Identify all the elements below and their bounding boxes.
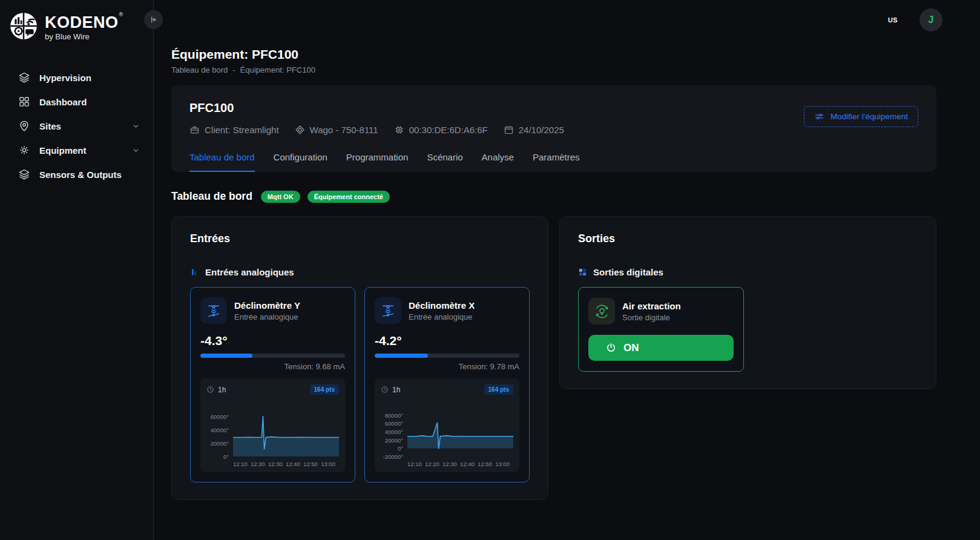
clock-icon bbox=[206, 386, 214, 393]
app-root: KODENO ® by Blue Wire Hypervision Dashbo… bbox=[0, 0, 980, 540]
sidebar-item-dashboard[interactable]: Dashboard bbox=[0, 90, 153, 114]
layers-icon bbox=[18, 168, 30, 180]
outputs-panel-title: Sorties bbox=[578, 232, 918, 245]
brand-logo[interactable]: KODENO ® by Blue Wire bbox=[0, 7, 153, 47]
sensor-chart: 1h 164 pts 60000°40000°20000°0° 12:1012:… bbox=[200, 378, 345, 472]
locale-selector[interactable]: US bbox=[888, 16, 898, 24]
sidebar: KODENO ® by Blue Wire Hypervision Dashbo… bbox=[0, 0, 154, 540]
chevron-down-icon bbox=[132, 122, 140, 130]
avatar[interactable]: J bbox=[919, 8, 942, 31]
sliders-icon bbox=[814, 111, 824, 122]
digital-outputs-label: Sorties digitales bbox=[593, 267, 663, 277]
inputs-panel: Entrées Entrées analogiques bbox=[171, 216, 548, 500]
registered-mark: ® bbox=[119, 12, 123, 18]
dashboard-heading-row: Tableau de bord Mqtt OK Équipement conne… bbox=[171, 190, 936, 203]
tab-programmation[interactable]: Programmation bbox=[346, 152, 409, 172]
gear-icon bbox=[18, 144, 30, 156]
output-type: Sortie digitale bbox=[622, 313, 681, 322]
tab-parametres[interactable]: Paramètres bbox=[533, 152, 580, 172]
edit-equipment-label: Modifier l'équipement bbox=[830, 112, 908, 121]
grid-icon bbox=[18, 96, 30, 108]
topbar: US J bbox=[154, 0, 980, 40]
sensor-value: -4.2° bbox=[375, 334, 519, 348]
calendar-icon bbox=[504, 125, 514, 135]
points-count-badge: 164 pts bbox=[484, 384, 513, 395]
model-label: Wago - 750-8111 bbox=[310, 125, 378, 135]
sidebar-nav: Hypervision Dashboard Sites bbox=[0, 65, 153, 186]
client-meta: Client: Streamlight bbox=[189, 125, 279, 135]
sensor-card-declinometre-y[interactable]: Déclinomètre Y Entrée analogique -4.3° T… bbox=[190, 287, 355, 482]
chart-x-axis: 12:1012:2012:3012:4012:5013:00 bbox=[233, 461, 339, 467]
clock-icon bbox=[381, 386, 389, 393]
layers-icon bbox=[18, 71, 30, 84]
breadcrumb: Tableau de bord - Équipement: PFC100 bbox=[171, 65, 936, 74]
breadcrumb-current: Équipement: PFC100 bbox=[240, 65, 315, 74]
chevron-down-icon bbox=[132, 147, 140, 154]
time-range[interactable]: 1h bbox=[381, 386, 400, 394]
brand-tagline: by Blue Wire bbox=[45, 33, 123, 41]
sensor-chart: 1h 164 pts 80000°60000°40000°20000°0°-20… bbox=[375, 378, 519, 472]
output-state-label: ON bbox=[623, 342, 639, 354]
power-icon bbox=[605, 342, 617, 354]
sidebar-item-label: Dashboard bbox=[39, 97, 87, 107]
sidebar-item-equipment[interactable]: Equipment bbox=[0, 138, 153, 162]
chart-y-axis: 80000°60000°40000°20000°0°-20000° bbox=[381, 401, 407, 456]
sensor-progress-fill bbox=[200, 354, 252, 358]
sidebar-collapse-button[interactable] bbox=[144, 10, 163, 29]
connection-status-badge: Équipement connecté bbox=[307, 191, 390, 203]
main-area: US J Équipement: PFC100 Tableau de bord … bbox=[154, 0, 980, 540]
chart-plot bbox=[233, 401, 339, 456]
sensor-type: Entrée analogique bbox=[409, 312, 475, 321]
breadcrumb-separator: - bbox=[232, 65, 235, 74]
sidebar-item-label: Equipment bbox=[39, 145, 87, 156]
sensor-name: Déclinomètre X bbox=[409, 300, 475, 311]
edit-equipment-button[interactable]: Modifier l'équipement bbox=[804, 106, 918, 127]
sidebar-item-sensors-outputs[interactable]: Sensors & Outputs bbox=[0, 162, 153, 186]
mqtt-status-badge: Mqtt OK bbox=[261, 191, 300, 203]
output-card-air-extraction[interactable]: Air extraction Sortie digitale ON bbox=[578, 287, 744, 372]
sensor-tension: Tension: 9.78 mA bbox=[375, 362, 519, 371]
sidebar-item-label: Sensors & Outputs bbox=[39, 170, 122, 180]
sidebar-item-label: Hypervision bbox=[39, 73, 91, 83]
time-range-label: 1h bbox=[392, 386, 400, 394]
sensor-type: Entrée analogique bbox=[234, 312, 300, 321]
tab-scenario[interactable]: Scénario bbox=[427, 152, 462, 172]
chart-x-axis: 12:1012:2012:3012:4012:5013:00 bbox=[407, 461, 513, 467]
output-toggle-button[interactable]: ON bbox=[588, 335, 734, 361]
diamond-icon bbox=[295, 125, 305, 135]
bar-chart-icon bbox=[190, 268, 199, 277]
sensor-value: -4.3° bbox=[200, 334, 345, 348]
tab-bar: Tableau de bord Configuration Programmat… bbox=[189, 152, 918, 172]
sidebar-item-label: Sites bbox=[39, 121, 61, 131]
analog-inputs-section: Entrées analogiques bbox=[190, 267, 530, 277]
inclinometer-icon bbox=[200, 297, 227, 324]
sensor-progress-bar bbox=[375, 354, 519, 358]
chart-plot bbox=[407, 401, 513, 456]
dashboard-heading: Tableau de bord bbox=[171, 190, 252, 203]
output-name: Air extraction bbox=[622, 301, 681, 311]
kodeno-emblem-icon bbox=[8, 11, 39, 44]
tab-configuration[interactable]: Configuration bbox=[274, 152, 327, 172]
model-meta: Wago - 750-8111 bbox=[295, 125, 378, 135]
brand-name: KODENO bbox=[45, 15, 119, 31]
page-title: Équipement: PFC100 bbox=[171, 47, 936, 62]
date-label: 24/10/2025 bbox=[519, 125, 564, 135]
sidebar-item-hypervision[interactable]: Hypervision bbox=[0, 65, 153, 90]
sidebar-item-sites[interactable]: Sites bbox=[0, 114, 153, 138]
sensor-tension: Tension: 9.68 mA bbox=[200, 362, 345, 371]
tab-tableau-de-bord[interactable]: Tableau de bord bbox=[189, 152, 255, 172]
collapse-left-icon bbox=[149, 15, 158, 24]
inputs-panel-title: Entrées bbox=[190, 232, 530, 245]
chart-y-axis: 60000°40000°20000°0° bbox=[206, 401, 233, 456]
sensor-progress-bar bbox=[200, 354, 345, 358]
mac-label: 00:30:DE:6D:A6:6F bbox=[409, 125, 488, 135]
sensor-card-declinometre-x[interactable]: Déclinomètre X Entrée analogique -4.2° T… bbox=[364, 287, 530, 482]
equipment-meta: Client: Streamlight Wago - 750-8111 bbox=[189, 125, 564, 135]
tab-analyse[interactable]: Analyse bbox=[482, 152, 514, 172]
briefcase-icon bbox=[189, 125, 200, 135]
map-pin-icon bbox=[18, 120, 30, 132]
air-extraction-icon bbox=[588, 298, 615, 324]
time-range[interactable]: 1h bbox=[206, 386, 226, 394]
breadcrumb-dashboard[interactable]: Tableau de bord bbox=[171, 65, 228, 74]
points-count-badge: 164 pts bbox=[310, 384, 339, 395]
